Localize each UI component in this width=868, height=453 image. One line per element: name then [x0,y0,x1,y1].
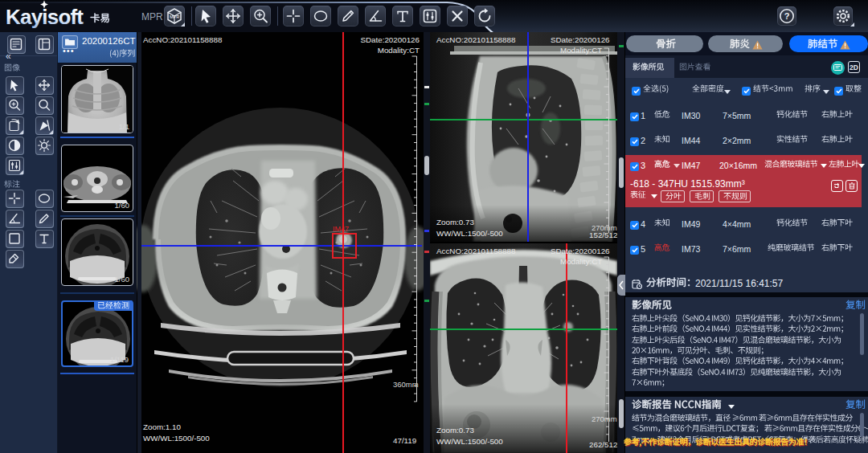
svg-text:?: ? [784,11,790,21]
svg-text:MPR: MPR [170,14,179,19]
svg-text:Kayisoft: Kayisoft [6,5,84,29]
